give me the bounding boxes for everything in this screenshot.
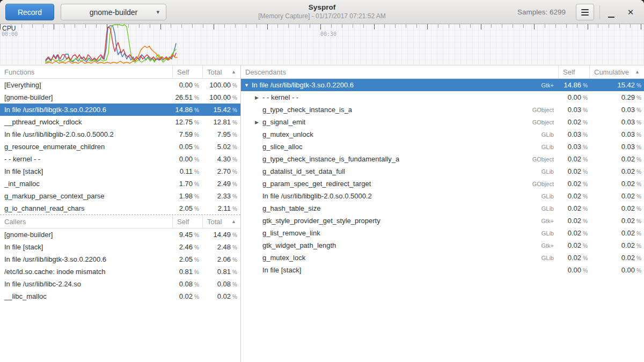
percent-sign: %: [636, 255, 641, 261]
menu-button[interactable]: [576, 4, 594, 20]
tree-row[interactable]: ▼In file /usr/lib/libgtk-3.so.0.2200.6Gt…: [241, 79, 644, 91]
headerbar-separator: [599, 5, 600, 19]
tree-row[interactable]: gtk_widget_path_lengthGtk+0.02%0.02%: [241, 239, 644, 252]
tree-row[interactable]: g_mutex_lockGLib0.02%0.02%: [241, 252, 644, 264]
callers-self-column-header[interactable]: Self: [172, 215, 202, 228]
descendants-tree: ▼In file /usr/lib/libgtk-3.so.0.2200.6Gt…: [241, 79, 644, 276]
percent-sign: %: [232, 157, 237, 162]
descendants-cumulative-column-header[interactable]: Cumulative ▲: [589, 65, 644, 78]
percent-number: 15.42: [214, 106, 231, 114]
percent-number: 2.33: [217, 192, 231, 200]
table-row[interactable]: In file /usr/lib/libglib-2.0.so.0.5000.2…: [0, 128, 240, 141]
table-row[interactable]: In file /usr/lib/libgtk-3.so.0.2200.614.…: [0, 104, 240, 116]
record-button[interactable]: Record: [5, 4, 54, 20]
close-button[interactable]: ✕: [621, 4, 640, 20]
tree-row[interactable]: g_datalist_id_set_data_fullGLib0.02%0.02…: [241, 165, 644, 178]
percent-number: 2.70: [217, 167, 231, 175]
percent-value: 100.00%: [202, 93, 240, 101]
function-name: In file /usr/lib/libgtk-3.so.0.2200.6: [0, 255, 172, 263]
percent-sign: %: [583, 194, 588, 200]
percent-number: 0.02: [568, 167, 581, 175]
close-icon: ✕: [627, 8, 634, 17]
category-badge: Gtk+: [541, 82, 558, 88]
tree-row[interactable]: g_type_check_instance_is_aGObject0.03%0.…: [241, 104, 644, 116]
percent-sign: %: [232, 269, 237, 275]
percent-value: 0.03%: [589, 130, 644, 138]
percent-sign: %: [636, 206, 641, 212]
cpu-graph[interactable]: CPU 00:00 00:30: [0, 24, 644, 65]
table-row[interactable]: __pthread_rwlock_rdlock12.75%12.81%: [0, 116, 240, 128]
table-row[interactable]: g_markup_parse_context_parse1.98%2.33%: [0, 190, 240, 202]
percent-sign: %: [636, 181, 641, 187]
function-name: gtk_widget_path_length: [262, 241, 336, 249]
functions-header: Functions Self Total ▲: [0, 65, 240, 79]
category-badge: GLib: [541, 168, 558, 175]
tree-row[interactable]: g_type_check_instance_is_fundamentally_a…: [241, 153, 644, 165]
percent-number: 0.02: [568, 155, 581, 163]
percent-value: 2.46%: [172, 243, 202, 251]
tree-row-name-wrap: In file /usr/lib/libglib-2.0.so.0.5000.2: [241, 192, 541, 200]
tree-row[interactable]: g_hash_table_sizeGLib0.02%0.02%: [241, 202, 644, 215]
tree-row-name-wrap: g_list_remove_link: [241, 229, 541, 237]
tree-row[interactable]: g_param_spec_get_redirect_targetGObject0…: [241, 178, 644, 190]
percent-number: 0.02: [621, 204, 635, 212]
percent-number: 0.03: [568, 143, 581, 151]
descendants-panel: Descendants Self Cumulative ▲ ▼In file /…: [241, 65, 644, 362]
percent-sign: %: [636, 231, 641, 237]
callers-total-column-header[interactable]: Total ▲: [202, 215, 240, 228]
percent-value: 0.03%: [589, 106, 644, 114]
minimize-button[interactable]: [602, 4, 620, 20]
table-row[interactable]: __libc_malloc0.02%0.02%: [0, 290, 240, 302]
percent-sign: %: [636, 218, 641, 224]
descendants-cumulative-label: Cumulative: [594, 68, 629, 76]
percent-sign: %: [232, 83, 237, 88]
table-row[interactable]: _int_malloc1.70%2.49%: [0, 178, 240, 190]
table-row[interactable]: g_resource_enumerate_children0.05%5.02%: [0, 141, 240, 153]
percent-value: 1.70%: [172, 180, 202, 188]
table-row[interactable]: [Everything]0.00%100.00%: [0, 79, 240, 91]
descendants-self-column-header[interactable]: Self: [558, 65, 589, 78]
table-row[interactable]: In file /usr/lib/libgtk-3.so.0.2200.62.0…: [0, 253, 240, 265]
percent-sign: %: [583, 132, 588, 138]
table-row[interactable]: /etc/ld.so.cache: inode mismatch0.81%0.8…: [0, 265, 240, 278]
percent-value: 0.02%: [589, 180, 644, 188]
function-name: g_slice_alloc: [262, 143, 302, 151]
table-row[interactable]: g_io_channel_read_chars2.05%2.11%: [0, 202, 240, 215]
target-selector-dropdown[interactable]: gnome-builder ▾: [61, 4, 166, 20]
expander-open-icon[interactable]: ▼: [244, 83, 252, 88]
functions-total-column-header[interactable]: Total ▲: [202, 65, 240, 78]
minimize-icon: [608, 17, 614, 18]
tree-row[interactable]: gtk_style_provider_get_style_propertyGtk…: [241, 215, 644, 227]
expander-closed-icon[interactable]: ▶: [255, 95, 262, 100]
percent-value: 0.03%: [558, 106, 589, 114]
percent-value: 0.02%: [558, 254, 589, 262]
table-row[interactable]: In file /usr/lib/libc-2.24.so0.08%0.08%: [0, 278, 240, 290]
percent-number: 2.11: [218, 204, 231, 212]
tree-row[interactable]: In file /usr/lib/libglib-2.0.so.0.5000.2…: [241, 190, 644, 202]
table-row[interactable]: In file [stack]0.11%2.70%: [0, 165, 240, 178]
tree-row[interactable]: In file [stack]0.00%0.00%: [241, 264, 644, 276]
tree-row[interactable]: ▶- - kernel - -0.00%0.29%: [241, 91, 644, 104]
table-row[interactable]: [gnome-builder]9.45%14.49%: [0, 228, 240, 241]
percent-number: 0.02: [568, 229, 581, 237]
tree-row[interactable]: ▶g_signal_emitGObject0.02%0.03%: [241, 116, 644, 128]
table-row[interactable]: - - kernel - -0.00%4.30%: [0, 153, 240, 165]
tree-row[interactable]: g_slice_allocGLib0.03%0.03%: [241, 141, 644, 153]
cpu-usage-chart: [0, 24, 644, 65]
percent-value: 0.11%: [172, 167, 202, 175]
functions-column-header[interactable]: Functions: [0, 65, 172, 78]
tree-row[interactable]: g_list_remove_linkGLib0.02%0.02%: [241, 227, 644, 239]
functions-self-column-header[interactable]: Self: [172, 65, 202, 78]
function-name: In file /usr/lib/libc-2.24.so: [0, 280, 172, 288]
tree-row[interactable]: g_mutex_unlockGLib0.03%0.03%: [241, 128, 644, 141]
callers-column-header[interactable]: Callers: [0, 215, 172, 228]
table-row[interactable]: In file [stack]2.46%2.48%: [0, 241, 240, 253]
percent-sign: %: [232, 95, 237, 101]
descendants-column-header[interactable]: Descendants: [241, 65, 558, 78]
expander-closed-icon[interactable]: ▶: [255, 120, 262, 125]
time-label-start: 00:00: [2, 31, 18, 37]
percent-number: 0.02: [568, 217, 581, 225]
percent-number: 0.11: [180, 167, 193, 175]
table-row[interactable]: [gnome-builder]26.51%100.00%: [0, 91, 240, 104]
tree-row-name-wrap: g_param_spec_get_redirect_target: [241, 180, 532, 188]
